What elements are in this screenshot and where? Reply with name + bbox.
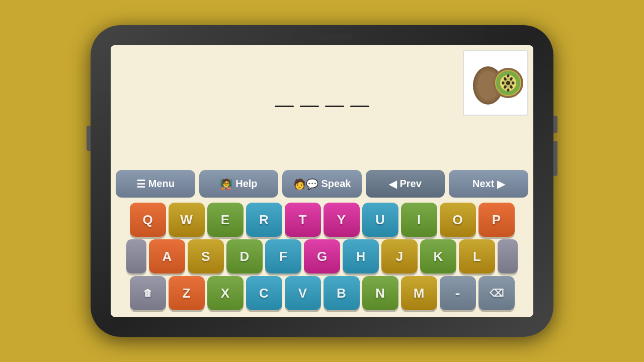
next-arrow-icon: ▶ (497, 178, 505, 190)
prev-label: Prev (399, 178, 421, 190)
side-button-right-top (553, 116, 557, 133)
side-button-left (87, 126, 91, 151)
key-S[interactable]: S (188, 239, 224, 274)
key-L[interactable]: L (459, 239, 495, 274)
svg-point-7 (506, 81, 510, 85)
key-T[interactable]: T (285, 203, 321, 237)
keyboard-row-3: 🗑 Z X C V B N M - ⌫ (115, 276, 529, 310)
key-A[interactable]: A (149, 239, 185, 274)
phone-screen: ☰ Menu 🧑‍🏫 Help 🧑‍💬 Speak ◀ Prev Next ▶ (111, 45, 533, 317)
next-button[interactable]: Next ▶ (449, 170, 528, 198)
key-I[interactable]: I (401, 203, 437, 237)
backspace-button[interactable]: ⌫ (478, 276, 515, 310)
key-K[interactable]: K (420, 239, 456, 274)
key-P[interactable]: P (478, 203, 515, 237)
key-N[interactable]: N (362, 276, 398, 310)
key-O[interactable]: O (440, 203, 476, 237)
key-Y[interactable]: Y (324, 203, 360, 237)
menu-label: Menu (148, 178, 175, 190)
speak-label: Speak (321, 178, 351, 190)
next-label: Next (472, 178, 494, 190)
blank-2 (300, 106, 319, 107)
menu-button[interactable]: ☰ Menu (116, 170, 195, 198)
key-J[interactable]: J (381, 239, 418, 274)
key-W[interactable]: W (169, 203, 205, 237)
blank-1 (275, 106, 294, 107)
key-M[interactable]: M (401, 276, 437, 310)
key-Z[interactable]: Z (169, 276, 205, 310)
key-X[interactable]: X (207, 276, 244, 310)
menu-icon: ☰ (136, 178, 145, 190)
keyboard-row-2: A S D F G H J K L (115, 239, 529, 274)
speak-icon: 🧑‍💬 (293, 178, 318, 190)
keyboard-row-1: Q W E R T Y U I O P (115, 203, 529, 237)
key-V[interactable]: V (285, 276, 321, 310)
key-Q[interactable]: Q (130, 203, 166, 237)
key-B[interactable]: B (324, 276, 360, 310)
blank-4 (350, 106, 369, 107)
help-button[interactable]: 🧑‍🏫 Help (199, 170, 279, 198)
keyboard: Q W E R T Y U I O P A S D F G H J (111, 201, 533, 317)
prev-button[interactable]: ◀ Prev (366, 170, 445, 198)
speak-button[interactable]: 🧑‍💬 Speak (282, 170, 362, 198)
left-spacer (126, 239, 146, 274)
help-icon: 🧑‍🏫 (220, 178, 232, 190)
key-R[interactable]: R (246, 203, 282, 237)
help-label: Help (235, 178, 257, 190)
prev-arrow-icon: ◀ (389, 178, 396, 190)
game-area (111, 45, 533, 167)
key-dash[interactable]: - (440, 276, 476, 310)
blank-3 (325, 106, 344, 107)
key-E[interactable]: E (207, 203, 244, 237)
phone-frame: ☰ Menu 🧑‍🏫 Help 🧑‍💬 Speak ◀ Prev Next ▶ (91, 25, 553, 337)
key-C[interactable]: C (246, 276, 282, 310)
svg-point-13 (512, 81, 515, 84)
fruit-image (463, 50, 528, 116)
side-button-right-bottom (553, 141, 557, 176)
controls-row: ☰ Menu 🧑‍🏫 Help 🧑‍💬 Speak ◀ Prev Next ▶ (111, 167, 533, 201)
svg-point-12 (502, 81, 505, 84)
kiwi-svg (465, 53, 526, 113)
key-D[interactable]: D (226, 239, 263, 274)
right-spacer (498, 239, 518, 274)
word-blanks (275, 106, 369, 107)
shift-button[interactable]: 🗑 (130, 276, 166, 310)
key-U[interactable]: U (362, 203, 398, 237)
key-G[interactable]: G (304, 239, 340, 274)
key-F[interactable]: F (265, 239, 301, 274)
key-H[interactable]: H (343, 239, 379, 274)
